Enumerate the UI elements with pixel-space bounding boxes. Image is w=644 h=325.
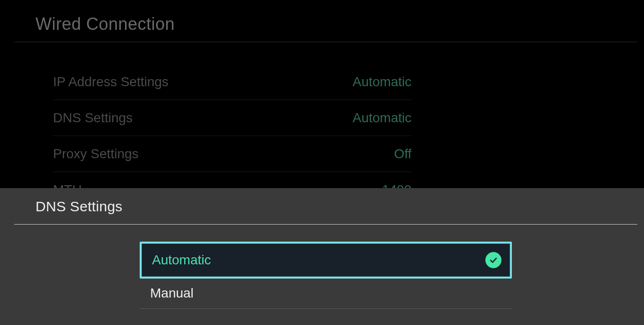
dialog-divider — [14, 224, 637, 225]
dns-option-manual[interactable]: Manual — [140, 278, 512, 309]
option-label: Manual — [150, 286, 194, 301]
settings-row-label: DNS Settings — [53, 110, 133, 126]
settings-row-value: Off — [394, 146, 411, 162]
dns-settings-dialog: DNS Settings Automatic Manual — [0, 188, 644, 325]
page-title: Wired Connection — [36, 14, 175, 34]
check-icon — [485, 252, 501, 268]
settings-row-label: Proxy Settings — [53, 146, 139, 162]
dialog-title: DNS Settings — [36, 199, 123, 215]
dns-option-automatic[interactable]: Automatic — [140, 242, 512, 279]
option-label: Automatic — [152, 253, 211, 268]
header-divider — [14, 42, 637, 42]
settings-row-value: Automatic — [353, 110, 412, 126]
settings-row-label: IP Address Settings — [53, 74, 169, 90]
settings-row-ip-address[interactable]: IP Address Settings Automatic — [53, 64, 411, 100]
dns-option-list: Automatic Manual — [140, 242, 512, 309]
settings-row-dns[interactable]: DNS Settings Automatic — [53, 100, 411, 136]
settings-row-proxy[interactable]: Proxy Settings Off — [53, 136, 411, 172]
settings-row-value: Automatic — [353, 74, 412, 90]
